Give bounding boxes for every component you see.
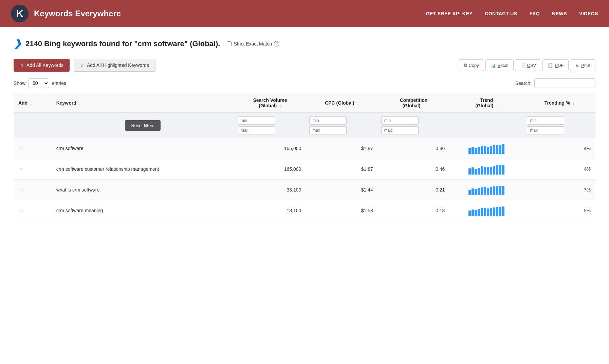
page-title: 2140 Bing keywords found for "crm softwa…	[25, 39, 220, 48]
table-row: ☆crm software meaning18,100$1.580.185%	[14, 200, 595, 221]
trend-bar	[478, 209, 480, 216]
trend-bar	[490, 146, 492, 154]
sort-arrows-keyword: ↕	[79, 101, 81, 105]
trend-bar	[490, 208, 492, 216]
search-volume-cell: 165,000	[234, 159, 306, 180]
csv-button[interactable]: 📄 CSV	[515, 59, 541, 71]
trend-bar	[481, 187, 483, 195]
cpc-min-input[interactable]	[309, 116, 347, 125]
star-button[interactable]: ☆	[18, 207, 24, 214]
cpc-max-input[interactable]	[309, 126, 347, 134]
pdf-button[interactable]: 📋 PDF	[542, 59, 569, 71]
trend-bar	[472, 210, 474, 216]
filter-keyword-cell: Reset filters	[52, 113, 234, 138]
entries-select[interactable]: 50 25 100	[28, 78, 49, 88]
trend-bar	[493, 207, 495, 216]
sort-arrows-trend: ↕	[496, 104, 498, 108]
trend-bar	[496, 165, 498, 175]
star-button[interactable]: ☆	[18, 186, 24, 193]
sv-max-input[interactable]	[238, 126, 275, 134]
logo-circle: K	[11, 5, 29, 22]
star-button[interactable]: ☆	[18, 145, 24, 152]
table-wrapper: Add ↕ Keyword ↕ Search Volume(Global) ↕ …	[14, 93, 595, 221]
filter-comp-cell	[378, 113, 450, 138]
table-row: ☆what is crm software33,100$1.440.217%	[14, 180, 595, 200]
logo-text: Keywords Everywhere	[34, 9, 121, 18]
trend-bar	[502, 144, 504, 154]
trend-bar	[468, 211, 471, 216]
sort-arrows-add: ↕	[30, 101, 32, 105]
add-all-keywords-label: Add All Keywords	[26, 62, 63, 68]
main-content: ❯ 2140 Bing keywords found for "crm soft…	[0, 27, 609, 364]
add-highlighted-keywords-label: Add All Highlighted Keywords	[87, 62, 149, 68]
sort-arrows-comp: ↕	[423, 104, 425, 108]
logo-letter: K	[16, 8, 23, 19]
trend-bar	[487, 147, 489, 154]
trend-bar	[502, 165, 504, 175]
strict-match-checkbox[interactable]	[227, 41, 232, 46]
trend-bar	[481, 146, 483, 154]
comp-max-input[interactable]	[381, 126, 419, 134]
trending-cell: 7%	[523, 180, 595, 200]
excel-icon: 📊	[491, 63, 496, 68]
filter-sv-cell	[234, 113, 306, 138]
trend-bar	[475, 148, 477, 154]
csv-icon: 📄	[520, 63, 525, 68]
trend-bar	[481, 208, 483, 216]
trend-bar	[496, 145, 498, 154]
col-add: Add ↕	[14, 93, 52, 113]
copy-button[interactable]: ⧉ Copy	[459, 59, 484, 71]
col-keyword: Keyword ↕	[52, 93, 234, 113]
trend-bar	[499, 145, 501, 154]
nav-faq[interactable]: FAQ	[530, 11, 540, 16]
comp-filter-inputs	[381, 116, 446, 134]
trending-max-input[interactable]	[527, 126, 564, 134]
search-input[interactable]	[534, 78, 595, 88]
strict-match-container: Strict Exact Match ?	[227, 41, 279, 47]
trend-bar	[478, 188, 480, 195]
trend-cell	[449, 159, 523, 180]
trending-cell: 5%	[523, 200, 595, 221]
nav-api-key[interactable]: GET FREE API KEY	[426, 11, 473, 16]
trending-cell: 4%	[523, 138, 595, 159]
sv-min-input[interactable]	[238, 116, 275, 125]
trend-bars	[454, 205, 519, 216]
nav-contact[interactable]: CONTACT US	[485, 11, 517, 16]
col-trending: Trending % ↕	[523, 93, 595, 113]
cpc-cell: $1.58	[306, 200, 378, 221]
print-label: Print	[581, 63, 590, 68]
trend-bar	[499, 186, 501, 195]
search-label: Search:	[515, 80, 532, 86]
add-highlighted-keywords-button[interactable]: ☆ Add All Highlighted Keywords	[74, 59, 155, 72]
trend-bar	[468, 190, 471, 195]
trending-filter-inputs	[527, 116, 592, 134]
comp-min-input[interactable]	[381, 116, 419, 125]
print-button[interactable]: 🖨 Print	[570, 59, 595, 71]
trend-bar	[487, 208, 489, 216]
filter-add-cell	[14, 113, 52, 138]
trend-bar	[484, 208, 486, 216]
nav-videos[interactable]: VIDEOS	[579, 11, 598, 16]
trending-min-input[interactable]	[527, 116, 564, 125]
col-trend: Trend(Global) ↕	[449, 93, 523, 113]
star-icon-add-all: ☆	[20, 62, 24, 68]
trend-cell	[449, 200, 523, 221]
bing-icon: ❯	[14, 38, 21, 49]
csv-label: CSV	[527, 63, 536, 68]
trend-bar	[493, 186, 495, 195]
copy-icon: ⧉	[464, 62, 467, 68]
search-volume-cell: 18,100	[234, 200, 306, 221]
trend-bar	[499, 165, 501, 175]
trend-bar	[499, 207, 501, 216]
star-button[interactable]: ☆	[18, 166, 24, 172]
help-icon[interactable]: ?	[274, 41, 279, 47]
trend-bar	[472, 167, 474, 175]
excel-button[interactable]: 📊 Excel	[485, 59, 514, 71]
reset-filters-button[interactable]: Reset filters	[125, 120, 161, 131]
trend-bar	[496, 186, 498, 195]
trend-bar	[487, 188, 489, 195]
add-all-keywords-button[interactable]: ☆ Add All Keywords	[14, 59, 70, 72]
nav-news[interactable]: NEWS	[552, 11, 567, 16]
pdf-icon: 📋	[548, 63, 553, 68]
search-volume-cell: 165,000	[234, 138, 306, 159]
